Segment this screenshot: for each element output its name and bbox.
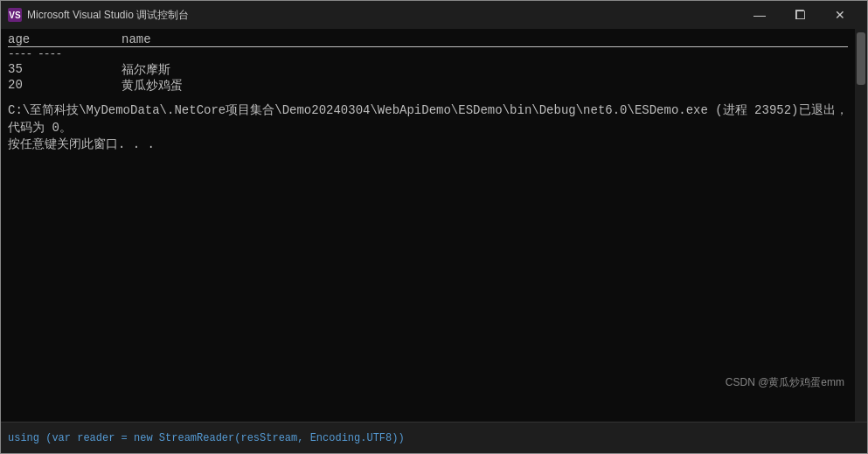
main-window: VS Microsoft Visual Studio 调试控制台 — ⧠ ✕ a… [0, 0, 868, 454]
app-icon-label: VS [9, 10, 20, 20]
row2-age: 20 [8, 78, 122, 94]
console-table: age name ---- ---- 35 福尔摩斯 20 黄瓜炒鸡蛋 [8, 32, 848, 94]
window-title: Microsoft Visual Studio 调试控制台 [27, 8, 740, 23]
row2-name: 黄瓜炒鸡蛋 [122, 78, 296, 94]
bottom-code-text: using (var reader = new StreamReader(res… [8, 432, 405, 444]
row1-name: 福尔摩斯 [122, 62, 296, 78]
title-bar: VS Microsoft Visual Studio 调试控制台 — ⧠ ✕ [1, 1, 867, 29]
close-button[interactable]: ✕ [820, 1, 860, 29]
app-icon: VS [8, 8, 22, 22]
table-row: 20 黄瓜炒鸡蛋 [8, 78, 848, 94]
name-column-header: name [122, 32, 296, 46]
scrollbar-thumb[interactable] [857, 32, 865, 85]
main-content: age name ---- ---- 35 福尔摩斯 20 黄瓜炒鸡蛋 C:\至… [1, 29, 867, 422]
table-row: 35 福尔摩斯 [8, 62, 848, 78]
table-separator: ---- ---- [8, 47, 848, 60]
exit-message: C:\至简科技\MyDemoData\.NetCore项目集合\Demo2024… [8, 102, 848, 154]
age-column-header: age [8, 32, 122, 46]
scrollbar[interactable] [855, 29, 867, 422]
watermark: CSDN @黄瓜炒鸡蛋emm [726, 375, 844, 390]
row1-age: 35 [8, 62, 122, 78]
restore-button[interactable]: ⧠ [780, 1, 820, 29]
window-controls: — ⧠ ✕ [740, 1, 860, 29]
minimize-button[interactable]: — [740, 1, 780, 29]
table-header: age name [8, 32, 848, 47]
console-area: age name ---- ---- 35 福尔摩斯 20 黄瓜炒鸡蛋 C:\至… [1, 29, 855, 422]
bottom-bar: using (var reader = new StreamReader(res… [1, 422, 867, 453]
